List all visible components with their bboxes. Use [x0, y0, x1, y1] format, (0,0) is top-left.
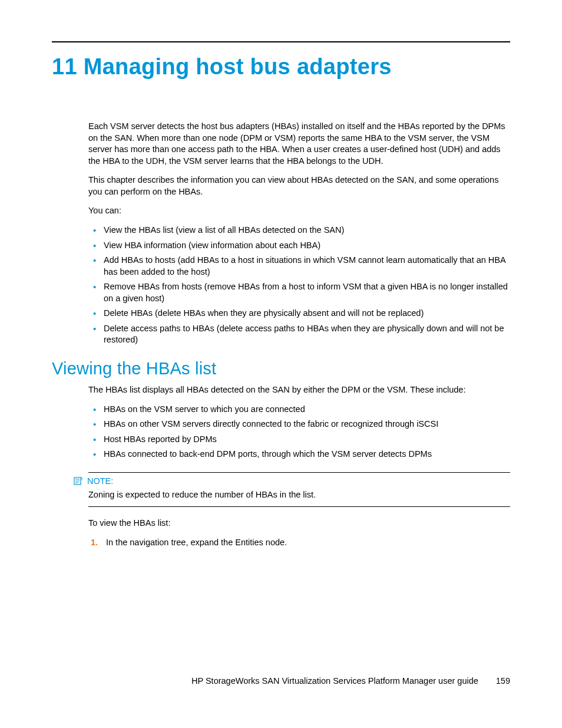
- section1-paragraph-1: The HBAs list displays all HBAs detected…: [88, 384, 510, 396]
- list-item: Remove HBAs from hosts (remove HBAs from…: [88, 281, 510, 304]
- list-item: Host HBAs reported by DPMs: [88, 434, 510, 446]
- section1-block: The HBAs list displays all HBAs detected…: [88, 384, 510, 460]
- note-rule-bottom: [88, 506, 510, 507]
- note-header: NOTE:: [74, 476, 510, 486]
- intro-paragraph-2: This chapter describes the information y…: [88, 174, 510, 197]
- document-page: 11 Managing host bus adapters Each VSM s…: [0, 0, 562, 728]
- steps-list: 1. In the navigation tree, expand the En…: [88, 537, 510, 549]
- list-item: HBAs on other VSM servers directly conne…: [88, 419, 510, 430]
- section1-paragraph-2: To view the HBAs list:: [88, 518, 510, 529]
- note-label: NOTE:: [87, 476, 113, 486]
- step-text: In the navigation tree, expand the Entit…: [106, 538, 287, 547]
- note-icon: [74, 476, 83, 486]
- note-block: NOTE: Zoning is expected to reduce the n…: [88, 472, 510, 508]
- intro-paragraph-1: Each VSM server detects the host bus ada…: [88, 121, 510, 167]
- section1-bullet-list: HBAs on the VSM server to which you are …: [88, 404, 510, 460]
- list-item: Add HBAs to hosts (add HBAs to a host in…: [88, 255, 510, 278]
- list-item: View the HBAs list (view a list of all H…: [88, 225, 510, 236]
- intro-bullet-list: View the HBAs list (view a list of all H…: [88, 225, 510, 346]
- section1-steps-block: To view the HBAs list: 1. In the navigat…: [88, 518, 510, 548]
- top-rule: [52, 41, 510, 42]
- page-footer: HP StorageWorks SAN Virtualization Servi…: [191, 676, 510, 686]
- section-heading-viewing-hbas: Viewing the HBAs list: [52, 359, 510, 378]
- step-item: 1. In the navigation tree, expand the En…: [88, 537, 510, 549]
- list-item: View HBA information (view information a…: [88, 240, 510, 252]
- note-rule-top: [88, 472, 510, 473]
- intro-block: Each VSM server detects the host bus ada…: [88, 121, 510, 346]
- list-item: Delete HBAs (delete HBAs when they are p…: [88, 308, 510, 319]
- footer-doc-title: HP StorageWorks SAN Virtualization Servi…: [191, 676, 478, 686]
- step-number: 1.: [91, 537, 98, 549]
- chapter-title: 11 Managing host bus adapters: [52, 54, 510, 80]
- note-text: Zoning is expected to reduce the number …: [88, 489, 510, 501]
- footer-page-number: 159: [496, 676, 510, 686]
- list-item: HBAs connected to back-end DPM ports, th…: [88, 449, 510, 460]
- list-item: Delete access paths to HBAs (delete acce…: [88, 323, 510, 346]
- list-item: HBAs on the VSM server to which you are …: [88, 404, 510, 416]
- intro-paragraph-3: You can:: [88, 205, 510, 217]
